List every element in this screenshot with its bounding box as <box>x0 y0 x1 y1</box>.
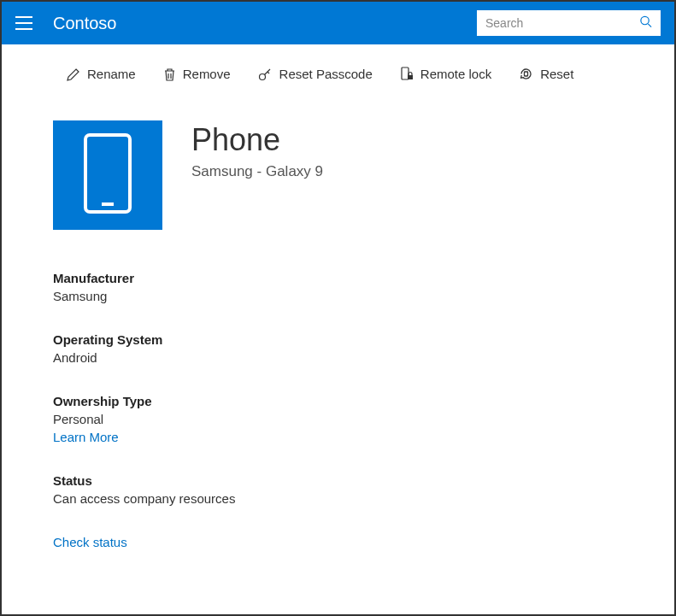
device-subtitle: Samsung - Galaxy 9 <box>191 163 323 180</box>
operating-system-label: Operating System <box>53 332 674 347</box>
search-container <box>477 10 661 36</box>
hamburger-menu-icon[interactable] <box>15 13 36 33</box>
ownership-learn-more-link[interactable]: Learn More <box>53 430 674 444</box>
svg-rect-3 <box>402 67 409 79</box>
brand-name: Contoso <box>53 14 117 33</box>
search-input[interactable] <box>477 10 661 36</box>
device-title: Phone <box>191 122 323 158</box>
reset-icon <box>519 67 533 81</box>
svg-point-2 <box>259 74 265 80</box>
manufacturer-value: Samsung <box>53 289 674 303</box>
ownership-type-value: Personal <box>53 412 674 426</box>
status-label: Status <box>53 473 674 488</box>
device-heading: Phone Samsung - Galaxy 9 <box>191 120 323 180</box>
remove-button[interactable]: Remove <box>163 67 231 81</box>
remove-label: Remove <box>183 67 231 81</box>
phone-lock-icon <box>400 67 414 81</box>
device-header: Phone Samsung - Galaxy 9 <box>2 103 674 230</box>
manufacturer-label: Manufacturer <box>53 271 674 285</box>
key-icon <box>258 67 273 81</box>
manufacturer-block: Manufacturer Samsung <box>53 271 674 303</box>
reset-passcode-button[interactable]: Reset Passcode <box>258 67 373 81</box>
rename-button[interactable]: Rename <box>67 67 136 81</box>
device-details: Manufacturer Samsung Operating System An… <box>2 230 674 550</box>
svg-rect-6 <box>85 135 130 212</box>
remote-lock-label: Remote lock <box>420 67 491 81</box>
svg-rect-5 <box>525 72 528 76</box>
operating-system-value: Android <box>53 350 674 365</box>
trash-icon <box>163 67 176 81</box>
remote-lock-button[interactable]: Remote lock <box>400 67 491 81</box>
phone-icon <box>83 132 132 218</box>
operating-system-block: Operating System Android <box>53 332 674 365</box>
status-block: Status Can access company resources <box>53 473 674 506</box>
device-tile <box>53 120 162 230</box>
reset-passcode-label: Reset Passcode <box>279 67 373 81</box>
reset-button[interactable]: Reset <box>519 67 573 81</box>
pencil-icon <box>67 67 80 81</box>
reset-label: Reset <box>540 67 573 81</box>
ownership-type-label: Ownership Type <box>53 394 674 408</box>
ownership-type-block: Ownership Type Personal Learn More <box>53 394 674 444</box>
status-value: Can access company resources <box>53 491 674 506</box>
app-header: Contoso <box>2 2 674 44</box>
svg-rect-4 <box>408 75 413 79</box>
check-status-link[interactable]: Check status <box>53 535 127 549</box>
action-toolbar: Rename Remove Reset Passcode Remote lock <box>2 44 674 103</box>
rename-label: Rename <box>87 67 136 81</box>
